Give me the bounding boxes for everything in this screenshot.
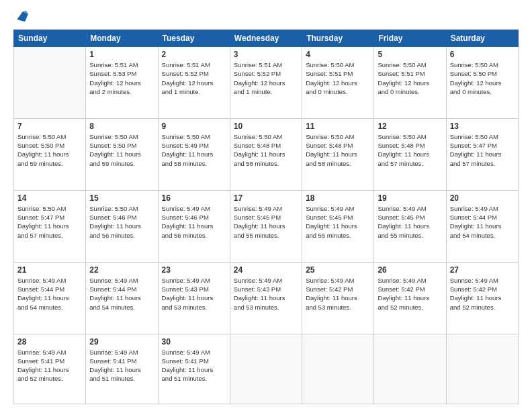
day-number: 28 — [17, 337, 82, 347]
day-info: Sunrise: 5:49 AM Sunset: 5:42 PM Dayligh… — [450, 276, 515, 312]
calendar-cell: 6Sunrise: 5:50 AM Sunset: 5:50 PM Daylig… — [446, 47, 518, 119]
calendar-cell: 9Sunrise: 5:50 AM Sunset: 5:49 PM Daylig… — [158, 118, 230, 190]
day-info: Sunrise: 5:49 AM Sunset: 5:42 PM Dayligh… — [378, 276, 442, 312]
day-number: 15 — [89, 193, 154, 203]
calendar-cell: 5Sunrise: 5:50 AM Sunset: 5:51 PM Daylig… — [374, 47, 446, 119]
col-header-friday: Friday — [374, 30, 446, 47]
calendar-cell: 23Sunrise: 5:49 AM Sunset: 5:43 PM Dayli… — [158, 262, 230, 334]
calendar-cell: 27Sunrise: 5:49 AM Sunset: 5:42 PM Dayli… — [446, 262, 518, 334]
day-number: 27 — [450, 265, 515, 275]
day-number: 3 — [234, 50, 298, 59]
day-info: Sunrise: 5:49 AM Sunset: 5:44 PM Dayligh… — [17, 276, 82, 312]
day-number: 6 — [450, 50, 515, 59]
calendar-week-row: 1Sunrise: 5:51 AM Sunset: 5:53 PM Daylig… — [14, 47, 519, 119]
calendar-cell: 12Sunrise: 5:50 AM Sunset: 5:48 PM Dayli… — [374, 118, 446, 190]
day-info: Sunrise: 5:50 AM Sunset: 5:47 PM Dayligh… — [450, 132, 515, 168]
calendar-cell: 16Sunrise: 5:49 AM Sunset: 5:46 PM Dayli… — [158, 190, 230, 262]
day-info: Sunrise: 5:49 AM Sunset: 5:45 PM Dayligh… — [378, 204, 442, 240]
calendar-cell: 7Sunrise: 5:50 AM Sunset: 5:50 PM Daylig… — [14, 118, 86, 190]
calendar-cell: 13Sunrise: 5:50 AM Sunset: 5:47 PM Dayli… — [446, 118, 518, 190]
logo — [13, 11, 28, 23]
day-number: 11 — [306, 122, 370, 131]
day-info: Sunrise: 5:50 AM Sunset: 5:51 PM Dayligh… — [378, 60, 442, 96]
day-number: 20 — [450, 193, 515, 203]
calendar-cell: 18Sunrise: 5:49 AM Sunset: 5:45 PM Dayli… — [302, 190, 374, 262]
day-info: Sunrise: 5:49 AM Sunset: 5:41 PM Dayligh… — [162, 348, 226, 383]
col-header-saturday: Saturday — [446, 30, 518, 47]
day-info: Sunrise: 5:49 AM Sunset: 5:44 PM Dayligh… — [450, 204, 515, 240]
day-number: 24 — [234, 265, 298, 275]
day-info: Sunrise: 5:50 AM Sunset: 5:48 PM Dayligh… — [378, 132, 442, 168]
calendar-cell: 14Sunrise: 5:50 AM Sunset: 5:47 PM Dayli… — [14, 190, 86, 262]
header — [13, 11, 519, 23]
day-number: 19 — [378, 193, 442, 203]
day-info: Sunrise: 5:49 AM Sunset: 5:41 PM Dayligh… — [89, 348, 154, 383]
day-info: Sunrise: 5:49 AM Sunset: 5:42 PM Dayligh… — [306, 276, 370, 312]
day-number: 25 — [306, 265, 370, 275]
calendar-cell: 26Sunrise: 5:49 AM Sunset: 5:42 PM Dayli… — [374, 262, 446, 334]
calendar-week-row: 14Sunrise: 5:50 AM Sunset: 5:47 PM Dayli… — [14, 190, 519, 262]
day-info: Sunrise: 5:49 AM Sunset: 5:44 PM Dayligh… — [89, 276, 154, 312]
col-header-monday: Monday — [86, 30, 158, 47]
calendar-cell: 28Sunrise: 5:49 AM Sunset: 5:41 PM Dayli… — [14, 334, 86, 404]
calendar-cell: 1Sunrise: 5:51 AM Sunset: 5:53 PM Daylig… — [86, 47, 158, 119]
calendar-cell: 2Sunrise: 5:51 AM Sunset: 5:52 PM Daylig… — [158, 47, 230, 119]
calendar-week-row: 21Sunrise: 5:49 AM Sunset: 5:44 PM Dayli… — [14, 262, 519, 334]
day-info: Sunrise: 5:49 AM Sunset: 5:43 PM Dayligh… — [234, 276, 298, 312]
day-info: Sunrise: 5:50 AM Sunset: 5:46 PM Dayligh… — [89, 204, 154, 240]
day-number: 23 — [162, 265, 226, 275]
logo-icon — [15, 9, 28, 23]
calendar-header-row: SundayMondayTuesdayWednesdayThursdayFrid… — [14, 30, 519, 47]
day-info: Sunrise: 5:50 AM Sunset: 5:50 PM Dayligh… — [89, 132, 154, 168]
calendar-cell: 29Sunrise: 5:49 AM Sunset: 5:41 PM Dayli… — [86, 334, 158, 404]
day-number: 2 — [162, 50, 226, 59]
calendar-cell: 4Sunrise: 5:50 AM Sunset: 5:51 PM Daylig… — [302, 47, 374, 119]
col-header-sunday: Sunday — [14, 30, 86, 47]
day-number: 16 — [162, 193, 226, 203]
day-number: 21 — [17, 265, 82, 275]
calendar-cell: 24Sunrise: 5:49 AM Sunset: 5:43 PM Dayli… — [230, 262, 302, 334]
calendar-cell: 19Sunrise: 5:49 AM Sunset: 5:45 PM Dayli… — [374, 190, 446, 262]
day-number: 14 — [17, 193, 82, 203]
calendar-cell: 21Sunrise: 5:49 AM Sunset: 5:44 PM Dayli… — [14, 262, 86, 334]
page: SundayMondayTuesdayWednesdayThursdayFrid… — [0, 0, 532, 411]
calendar-cell: 17Sunrise: 5:49 AM Sunset: 5:45 PM Dayli… — [230, 190, 302, 262]
calendar-table: SundayMondayTuesdayWednesdayThursdayFrid… — [13, 30, 519, 404]
day-info: Sunrise: 5:51 AM Sunset: 5:52 PM Dayligh… — [234, 60, 298, 96]
day-info: Sunrise: 5:50 AM Sunset: 5:51 PM Dayligh… — [306, 60, 370, 96]
calendar-cell — [374, 334, 446, 404]
day-number: 29 — [89, 337, 154, 347]
calendar-cell: 8Sunrise: 5:50 AM Sunset: 5:50 PM Daylig… — [86, 118, 158, 190]
day-number: 1 — [89, 50, 154, 59]
day-info: Sunrise: 5:49 AM Sunset: 5:41 PM Dayligh… — [17, 348, 82, 383]
day-info: Sunrise: 5:50 AM Sunset: 5:47 PM Dayligh… — [17, 204, 82, 240]
col-header-thursday: Thursday — [302, 30, 374, 47]
day-number: 10 — [234, 122, 298, 131]
day-info: Sunrise: 5:49 AM Sunset: 5:43 PM Dayligh… — [162, 276, 226, 312]
day-number: 5 — [378, 50, 442, 59]
day-number: 13 — [450, 122, 515, 131]
calendar-cell: 15Sunrise: 5:50 AM Sunset: 5:46 PM Dayli… — [86, 190, 158, 262]
calendar-cell: 30Sunrise: 5:49 AM Sunset: 5:41 PM Dayli… — [158, 334, 230, 404]
day-number: 9 — [162, 122, 226, 131]
calendar-cell: 25Sunrise: 5:49 AM Sunset: 5:42 PM Dayli… — [302, 262, 374, 334]
day-info: Sunrise: 5:49 AM Sunset: 5:46 PM Dayligh… — [162, 204, 226, 240]
day-info: Sunrise: 5:49 AM Sunset: 5:45 PM Dayligh… — [306, 204, 370, 240]
calendar-week-row: 7Sunrise: 5:50 AM Sunset: 5:50 PM Daylig… — [14, 118, 519, 190]
day-number: 7 — [17, 122, 82, 131]
day-number: 17 — [234, 193, 298, 203]
day-number: 12 — [378, 122, 442, 131]
calendar-cell — [14, 47, 86, 119]
col-header-tuesday: Tuesday — [158, 30, 230, 47]
calendar-cell — [230, 334, 302, 404]
calendar-cell: 11Sunrise: 5:50 AM Sunset: 5:48 PM Dayli… — [302, 118, 374, 190]
day-info: Sunrise: 5:50 AM Sunset: 5:48 PM Dayligh… — [234, 132, 298, 168]
day-info: Sunrise: 5:51 AM Sunset: 5:53 PM Dayligh… — [89, 60, 154, 96]
day-number: 30 — [162, 337, 226, 347]
day-info: Sunrise: 5:50 AM Sunset: 5:50 PM Dayligh… — [17, 132, 82, 168]
day-number: 4 — [306, 50, 370, 59]
day-info: Sunrise: 5:50 AM Sunset: 5:49 PM Dayligh… — [162, 132, 226, 168]
day-number: 22 — [89, 265, 154, 275]
calendar-cell — [302, 334, 374, 404]
day-number: 8 — [89, 122, 154, 131]
